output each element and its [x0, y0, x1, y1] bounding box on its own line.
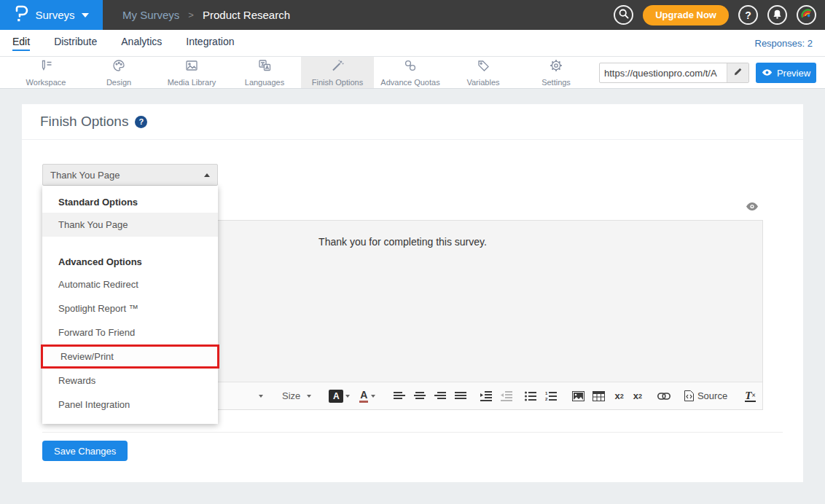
ribbon-item-languages[interactable]: Languages — [228, 57, 301, 88]
finish-option-select[interactable]: Thank You Page — [42, 164, 218, 186]
dropdown-item-thank-you-page[interactable]: Thank You Page — [42, 213, 218, 237]
breadcrumb-parent[interactable]: My Surveys — [122, 9, 179, 21]
variables-icon — [476, 58, 490, 76]
settings-icon — [549, 58, 563, 76]
ribbon-item-design[interactable]: Design — [82, 57, 155, 88]
preview-eye-icon[interactable] — [746, 201, 759, 214]
account-logo-icon — [799, 6, 815, 24]
dropdown-item-forward-to-friend[interactable]: Forward To Friend — [42, 320, 218, 344]
workspace-icon — [39, 58, 53, 76]
superscript-button[interactable]: x2 — [633, 390, 642, 401]
ribbon-item-settings[interactable]: Settings — [520, 57, 593, 88]
dropdown-item-panel-integration[interactable]: Panel Integration — [42, 393, 218, 417]
eye-icon — [762, 68, 773, 79]
indent-button[interactable] — [480, 391, 492, 401]
survey-url-input[interactable] — [600, 68, 727, 79]
topbar-actions: Upgrade Now ? — [614, 5, 825, 25]
divider — [42, 432, 783, 433]
panel-header: Finish Options ? — [22, 104, 803, 140]
font-combo-button[interactable] — [259, 395, 263, 398]
ribbon-item-workspace[interactable]: Workspace — [9, 57, 82, 88]
align-center-button[interactable] — [414, 391, 426, 401]
dropdown-item-rewards[interactable]: Rewards — [42, 369, 218, 393]
align-right-button[interactable] — [434, 391, 446, 401]
dropdown-group-gap — [42, 237, 218, 245]
ribbon-item-media-library[interactable]: Media Library — [155, 57, 228, 88]
page-help-icon[interactable]: ? — [135, 116, 147, 128]
responses-count[interactable]: Responses: 2 — [755, 38, 813, 49]
align-left-button[interactable] — [394, 391, 405, 401]
languages-icon — [257, 58, 272, 76]
top-bar: Surveys My Surveys > Product Research Up… — [0, 0, 825, 30]
breadcrumb-separator: > — [188, 9, 194, 20]
text-color-icon: A — [359, 390, 368, 403]
remove-format-button[interactable]: T× — [745, 390, 756, 402]
numbered-list-button[interactable]: 12 — [545, 391, 557, 401]
dropdown-item-spotlight-report[interactable]: Spotlight Report ™ — [42, 296, 218, 320]
help-button[interactable]: ? — [738, 5, 758, 25]
text-color-button[interactable]: A — [359, 390, 375, 403]
tab-distribute[interactable]: Distribute — [54, 36, 97, 51]
ribbon-item-finish-options[interactable]: Finish Options — [301, 57, 374, 88]
finish-options-icon — [330, 58, 345, 76]
finish-option-select-value: Thank You Page — [50, 170, 120, 181]
insert-image-button[interactable] — [572, 391, 584, 401]
chevron-down-icon — [371, 395, 375, 398]
page-title: Finish Options — [40, 114, 128, 130]
chevron-down-icon — [259, 395, 263, 398]
dropdown-group-header: Advanced Options — [42, 245, 218, 272]
pencil-icon — [733, 66, 743, 79]
svg-text:2: 2 — [545, 397, 548, 401]
survey-url-field — [599, 63, 749, 83]
finish-options-panel: Finish Options ? Thank You Page Thank yo… — [22, 104, 803, 482]
bell-icon — [772, 9, 783, 22]
design-icon — [112, 58, 126, 76]
background-color-icon: A — [329, 390, 343, 403]
subscript-button[interactable]: x2 — [614, 390, 623, 401]
ribbon-item-variables[interactable]: Variables — [447, 57, 520, 88]
question-mark-icon: ? — [745, 9, 751, 21]
upgrade-now-button[interactable]: Upgrade Now — [643, 5, 729, 25]
tab-analytics[interactable]: Analytics — [121, 36, 162, 51]
questionpro-logo-icon — [14, 4, 28, 25]
size-combo-button[interactable]: Size — [282, 390, 311, 401]
justify-button[interactable] — [455, 391, 466, 401]
tab-edit[interactable]: Edit — [12, 36, 30, 51]
edit-ribbon: Workspace Design Media Library Languages… — [0, 57, 825, 89]
save-changes-button[interactable]: Save Changes — [42, 441, 128, 461]
insert-link-button[interactable] — [657, 393, 670, 400]
bulleted-list-button[interactable] — [525, 391, 536, 401]
svg-text:1: 1 — [545, 391, 548, 395]
tab-integration[interactable]: Integration — [186, 36, 234, 51]
dropdown-item-review-print[interactable]: Review/Print — [41, 344, 219, 369]
edit-url-button[interactable] — [727, 63, 748, 82]
source-button[interactable]: Source — [684, 390, 727, 401]
advance-quotas-icon — [403, 58, 418, 76]
chevron-down-icon — [82, 13, 89, 17]
search-button[interactable] — [614, 5, 633, 25]
media-library-icon — [184, 58, 199, 76]
preview-button[interactable]: Preview — [756, 63, 816, 83]
notifications-button[interactable] — [767, 5, 787, 25]
insert-table-button[interactable] — [593, 391, 605, 401]
search-icon — [618, 8, 630, 22]
finish-option-dropdown: Standard Options Thank You Page Advanced… — [42, 186, 218, 424]
ribbon-item-advance-quotas[interactable]: Advance Quotas — [374, 57, 447, 88]
dropdown-item-automatic-redirect[interactable]: Automatic Redirect — [42, 272, 218, 296]
breadcrumb: My Surveys > Product Research — [122, 9, 290, 21]
chevron-down-icon — [345, 395, 350, 398]
chevron-up-icon — [204, 173, 210, 177]
app-window: Surveys My Surveys > Product Research Up… — [0, 0, 825, 504]
breadcrumb-current: Product Research — [203, 9, 290, 21]
chevron-down-icon — [307, 395, 311, 398]
surveys-product-switcher[interactable]: Surveys — [0, 0, 103, 30]
survey-nav: Edit Distribute Analytics Integration Re… — [0, 30, 825, 57]
background-color-button[interactable]: A — [329, 390, 350, 403]
dropdown-group-header: Standard Options — [42, 186, 218, 213]
product-label: Surveys — [35, 9, 74, 21]
account-avatar[interactable] — [797, 5, 816, 25]
outdent-button[interactable] — [501, 391, 512, 401]
